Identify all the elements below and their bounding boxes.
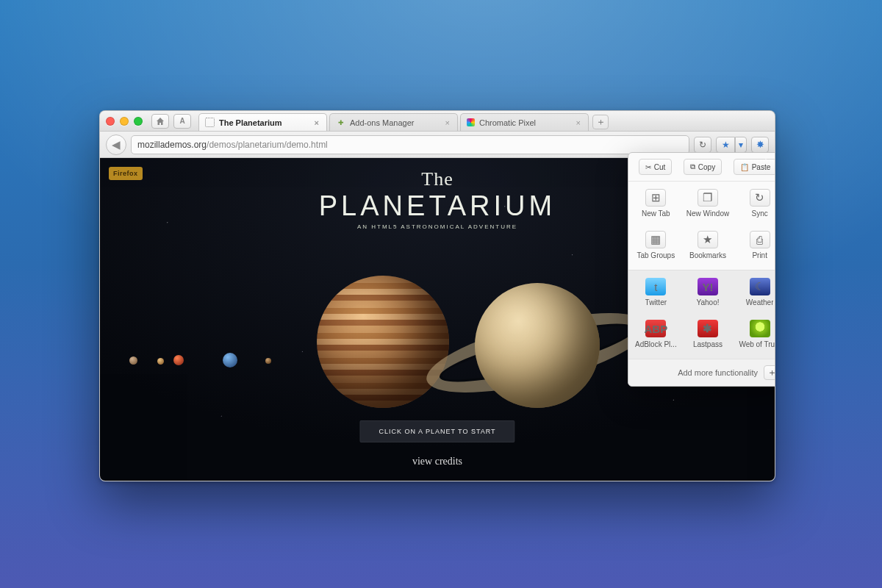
menu-item-label: Yahoo! bbox=[697, 298, 720, 306]
lastpass-icon: ✱ bbox=[698, 320, 718, 337]
planet-earth[interactable] bbox=[223, 353, 237, 368]
page-info-button[interactable]: A bbox=[173, 114, 191, 129]
paste-label: Paste bbox=[752, 163, 771, 171]
window-controls bbox=[106, 117, 143, 126]
reload-icon: ↻ bbox=[699, 140, 706, 150]
menu-item-label: Tab Groups bbox=[637, 251, 675, 259]
newtab-icon: ⊞ bbox=[645, 189, 666, 207]
menu-item-label: Bookmarks bbox=[689, 251, 726, 259]
tab-label: Chromatic Pixel bbox=[479, 118, 536, 127]
planet-mars[interactable] bbox=[173, 355, 184, 365]
page-info-icon: A bbox=[179, 117, 184, 125]
menu-item-abp[interactable]: ABPAdBlock Pl... bbox=[630, 317, 682, 351]
menu-item-label: Twitter bbox=[645, 298, 667, 306]
panel-footer: Add more functionality ＋ bbox=[628, 359, 775, 386]
menu-item-newwindow[interactable]: ❐New Window bbox=[682, 186, 734, 220]
planet-venus[interactable] bbox=[157, 358, 164, 365]
weather-icon: ☾ bbox=[750, 278, 770, 295]
copy-button[interactable]: ⧉ Copy bbox=[684, 159, 722, 175]
titlebar: A The Planetarium × ✚ Add-ons Manager × … bbox=[100, 111, 775, 132]
gear-menu-panel: ✂ Cut ⧉ Copy 📋 Paste ⊞New Tab❐New Window… bbox=[628, 152, 775, 387]
browser-window: A The Planetarium × ✚ Add-ons Manager × … bbox=[99, 110, 775, 481]
menu-item-lastpass[interactable]: ✱Lastpass bbox=[682, 317, 734, 351]
menu-item-tabgroups[interactable]: ▦Tab Groups bbox=[630, 228, 682, 262]
menu-item-label: Web of Trust bbox=[739, 340, 775, 348]
clipboard-icon: 📋 bbox=[740, 163, 749, 171]
tabstrip: The Planetarium × ✚ Add-ons Manager × Ch… bbox=[196, 111, 769, 131]
zoom-window-button[interactable] bbox=[134, 117, 143, 126]
paste-button[interactable]: 📋 Paste bbox=[734, 159, 775, 175]
view-credits-link[interactable]: view credits bbox=[412, 456, 462, 467]
reload-button[interactable]: ↻ bbox=[694, 137, 711, 153]
chevron-down-icon: ▾ bbox=[739, 140, 743, 150]
cut-button[interactable]: ✂ Cut bbox=[639, 159, 673, 175]
copy-label: Copy bbox=[698, 163, 715, 171]
add-functionality-link[interactable]: Add more functionality bbox=[678, 368, 758, 377]
planet-jupiter[interactable] bbox=[317, 276, 449, 408]
plus-icon: ＋ bbox=[767, 366, 776, 379]
tab-addons-manager[interactable]: ✚ Add-ons Manager × bbox=[329, 113, 458, 131]
plus-icon: ＋ bbox=[596, 115, 606, 129]
star-icon: ★ bbox=[722, 140, 730, 150]
bookmark-dropdown-button[interactable]: ▾ bbox=[735, 137, 747, 153]
tabgroups-icon: ▦ bbox=[645, 231, 666, 248]
minimize-window-button[interactable] bbox=[120, 117, 129, 126]
tab-chromatic-pixel[interactable]: Chromatic Pixel × bbox=[460, 113, 589, 131]
tab-close-button[interactable]: × bbox=[444, 118, 451, 127]
bookmarks-icon: ★ bbox=[698, 231, 718, 248]
copy-icon: ⧉ bbox=[690, 162, 695, 171]
menu-item-label: New Tab bbox=[642, 209, 670, 218]
cut-label: Cut bbox=[654, 163, 666, 171]
tab-label: Add-ons Manager bbox=[350, 118, 414, 127]
tab-planetarium[interactable]: The Planetarium × bbox=[198, 113, 327, 131]
tab-close-button[interactable]: × bbox=[575, 118, 582, 127]
menu-item-label: New Window bbox=[686, 209, 729, 218]
planet-small[interactable] bbox=[265, 358, 271, 364]
menu-button[interactable]: ✸ bbox=[751, 137, 769, 153]
menu-item-yahoo[interactable]: Y!Yahoo! bbox=[682, 275, 734, 309]
menu-item-label: Weather bbox=[746, 298, 774, 306]
start-hint: CLICK ON A PLANET TO START bbox=[359, 420, 514, 442]
home-button[interactable] bbox=[151, 114, 169, 129]
planet-saturn[interactable] bbox=[475, 283, 600, 408]
menu-item-label: Print bbox=[752, 251, 767, 259]
wot-icon bbox=[750, 320, 770, 337]
menu-item-label: AdBlock Pl... bbox=[635, 340, 677, 348]
edit-actions-row: ✂ Cut ⧉ Copy 📋 Paste bbox=[628, 153, 775, 182]
abp-icon: ABP bbox=[645, 320, 666, 337]
menu-item-twitter[interactable]: tTwitter bbox=[630, 275, 682, 309]
planet-mercury[interactable] bbox=[129, 356, 137, 365]
close-window-button[interactable] bbox=[106, 117, 115, 126]
tab-label: The Planetarium bbox=[219, 118, 282, 127]
tab-close-button[interactable]: × bbox=[313, 118, 320, 127]
favicon-icon bbox=[467, 118, 475, 126]
back-arrow-icon: ◀ bbox=[112, 138, 121, 151]
new-tab-button[interactable]: ＋ bbox=[592, 115, 609, 129]
menu-item-newtab[interactable]: ⊞New Tab bbox=[630, 186, 682, 220]
extension-items-grid: tTwitterY!Yahoo!☾WeatherABPAdBlock Pl...… bbox=[628, 270, 775, 359]
yahoo-icon: Y! bbox=[698, 278, 718, 295]
menu-item-bookmarks[interactable]: ★Bookmarks bbox=[682, 228, 734, 262]
gear-icon: ✸ bbox=[756, 139, 764, 150]
add-functionality-button[interactable]: ＋ bbox=[764, 365, 775, 380]
menu-item-label: Lastpass bbox=[693, 340, 723, 348]
menu-item-wot[interactable]: Web of Trust bbox=[734, 317, 775, 351]
menu-item-weather[interactable]: ☾Weather bbox=[734, 275, 775, 309]
builtin-items-grid: ⊞New Tab❐New Window↻Sync▦Tab Groups★Book… bbox=[628, 182, 775, 270]
bookmark-button[interactable]: ★ bbox=[716, 137, 735, 153]
twitter-icon: t bbox=[645, 278, 666, 295]
menu-item-label: Sync bbox=[752, 209, 768, 218]
url-host: mozillademos.org bbox=[137, 140, 207, 150]
url-input[interactable]: mozillademos.org/demos/planetarium/demo.… bbox=[131, 135, 689, 154]
menu-item-print[interactable]: ⎙Print bbox=[734, 228, 775, 262]
url-path: /demos/planetarium/demo.html bbox=[207, 140, 328, 150]
scissors-icon: ✂ bbox=[645, 163, 651, 171]
menu-item-sync[interactable]: ↻Sync bbox=[734, 186, 775, 220]
favicon-icon: ✚ bbox=[336, 118, 345, 127]
newwindow-icon: ❐ bbox=[698, 189, 718, 207]
bookmark-split-button: ★ ▾ bbox=[716, 137, 747, 153]
home-icon bbox=[156, 117, 165, 126]
back-button[interactable]: ◀ bbox=[106, 135, 126, 155]
sync-icon: ↻ bbox=[750, 189, 770, 207]
print-icon: ⎙ bbox=[750, 231, 770, 248]
